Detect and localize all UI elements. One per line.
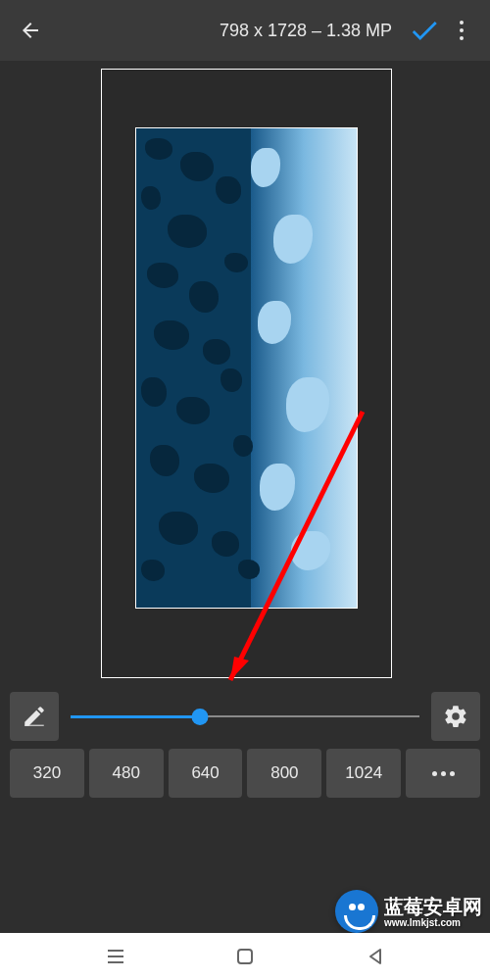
system-navbar <box>0 933 490 980</box>
watermark: 蓝莓安卓网 www.lmkjst.com <box>335 890 482 933</box>
preset-1024[interactable]: 1024 <box>326 749 401 798</box>
slider-fill <box>71 715 200 718</box>
overflow-menu-button[interactable] <box>445 10 478 51</box>
controls-panel: 320 480 640 800 1024 <box>0 688 490 798</box>
watermark-url: www.lmkjst.com <box>384 917 482 928</box>
square-icon <box>237 949 253 964</box>
preset-320[interactable]: 320 <box>10 749 84 798</box>
slider-thumb[interactable] <box>191 709 208 725</box>
dots-vertical-icon <box>460 21 464 24</box>
nav-recents-button[interactable] <box>101 942 130 971</box>
confirm-button[interactable] <box>404 10 445 51</box>
nav-back-button[interactable] <box>361 942 390 971</box>
image-dimensions-label: 798 x 1728 – 1.38 MP <box>220 21 392 41</box>
preset-480[interactable]: 480 <box>89 749 164 798</box>
check-icon <box>408 14 441 47</box>
svg-rect-2 <box>238 950 252 963</box>
preset-640[interactable]: 640 <box>169 749 243 798</box>
watermark-name: 蓝莓安卓网 <box>384 896 482 917</box>
watermark-logo-icon <box>335 890 378 933</box>
nav-home-button[interactable] <box>230 942 260 971</box>
back-button[interactable] <box>12 12 49 49</box>
canvas-area <box>0 61 490 688</box>
dots-horizontal-icon <box>432 771 455 776</box>
app-header: 798 x 1728 – 1.38 MP <box>0 0 490 61</box>
menu-icon <box>107 948 124 965</box>
image-preview[interactable] <box>135 127 358 609</box>
edit-icon <box>22 704 47 729</box>
gear-icon <box>443 704 468 729</box>
triangle-left-icon <box>368 948 383 965</box>
preset-800[interactable]: 800 <box>247 749 321 798</box>
preset-more-button[interactable] <box>406 749 480 798</box>
settings-button[interactable] <box>431 692 480 741</box>
arrow-left-icon <box>19 19 42 42</box>
size-slider[interactable] <box>71 692 419 741</box>
preset-row: 320 480 640 800 1024 <box>10 749 480 798</box>
edit-button[interactable] <box>10 692 59 741</box>
